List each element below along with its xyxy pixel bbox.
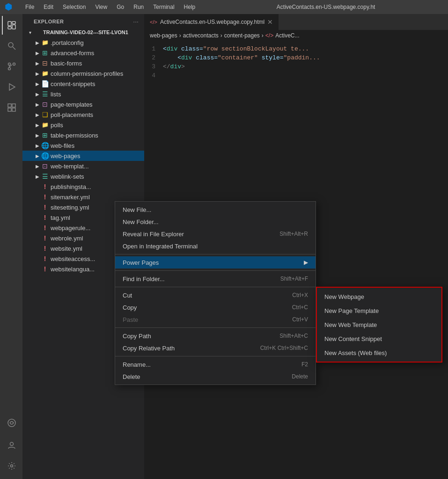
menu-reveal-explorer[interactable]: Reveal in File Explorer Shift+Alt+R [115,228,316,240]
arrow-content-snippets: ▶ [34,80,41,87]
extensions-activity-icon[interactable] [2,98,21,117]
menu-copy-relative-path-shortcut: Ctrl+K Ctrl+Shift+C [260,345,308,351]
label-weblink-sets: weblink-sets [51,173,84,180]
menu-open-terminal[interactable]: Open in Integrated Terminal [115,240,316,252]
settings-activity-icon[interactable] [2,457,21,475]
menu-reveal-explorer-shortcut: Shift+Alt+R [279,231,308,237]
menu-sep-4 [115,327,316,328]
menu-sep-1 [115,254,316,254]
menu-new-folder[interactable]: New Folder... [115,216,316,228]
tab-file-icon: </> [150,19,157,25]
exclaim-icon-websitelangua: ! [41,265,49,273]
search-activity-icon[interactable] [2,36,21,55]
sidebar-item-web-template[interactable]: ▶ ⊡ web-templat... [22,161,144,171]
accounts-activity-icon[interactable] [2,436,21,455]
menu-power-pages[interactable]: Power Pages ▶ [115,256,316,269]
menu-go[interactable]: Go [113,3,128,11]
label-polls: polls [51,122,63,129]
menu-find-folder-label: Find in Folder... [123,276,165,283]
submenu-new-assets[interactable]: New Assets (Web files) [317,346,441,360]
folder-icon-portalconfig: 📁 [41,39,49,46]
code-content-2: <div class="container" style="paddin... [163,53,320,62]
svg-rect-3 [8,27,11,29]
sidebar-item-advanced-forms[interactable]: ▶ ⊞ advanced-forms [22,48,144,58]
folder-icon-poll-placements: ❑ [41,111,49,118]
line-num-3: 3 [144,62,163,71]
submenu-new-content-snippet-label: New Content Snippet [324,335,382,342]
power-pages-submenu[interactable]: New Webpage New Page Template New Web Te… [316,287,442,363]
menu-run[interactable]: Run [130,3,147,11]
sidebar-item-web-files[interactable]: ▶ 🌐 web-files [22,140,144,151]
folder-icon-advanced-forms: ⊞ [41,49,49,57]
arrow-poll-placements: ▶ [34,111,41,118]
exclaim-icon-sitesetting: ! [41,203,49,211]
sidebar-root[interactable]: ▾ TRAINING-VIDEO-02---SITE-LVON1 [22,27,144,37]
menu-selection[interactable]: Selection [59,3,89,11]
sidebar-item-column-permission[interactable]: ▶ 📁 column-permission-profiles [22,68,144,79]
sidebar-item-weblink-sets[interactable]: ▶ ☰ weblink-sets [22,171,144,181]
menu-copy-relative-path[interactable]: Copy Relative Path Ctrl+K Ctrl+Shift+C [115,342,316,354]
sidebar-item-basic-forms[interactable]: ▶ ⊟ basic-forms [22,58,144,68]
menu-edit[interactable]: Edit [40,3,57,11]
arrow-page-templates: ▶ [34,101,41,108]
menu-view[interactable]: View [91,3,111,11]
tab-close-button[interactable]: ✕ [267,18,273,26]
menu-find-folder[interactable]: Find in Folder... Shift+Alt+F [115,273,316,285]
menu-help[interactable]: Help [180,3,199,11]
submenu-new-content-snippet[interactable]: New Content Snippet [317,332,441,346]
menu-paste-shortcut: Ctrl+V [292,316,308,323]
label-column-permission: column-permission-profiles [51,70,123,77]
code-line-1: 1 <div class="row sectionBlockLayout te.… [144,44,448,53]
menu-cut[interactable]: Cut Ctrl+X [115,289,316,301]
menu-copy-path[interactable]: Copy Path Shift+Alt+C [115,330,316,342]
menu-copy[interactable]: Copy Ctrl+C [115,301,316,313]
editor-tab-active[interactable]: </> ActiveContacts.en-US.webpage.copy.ht… [144,14,279,30]
menu-sep-3 [115,287,316,287]
svg-rect-13 [8,108,11,111]
code-line-4: 4 [144,71,448,80]
menu-new-file[interactable]: New File... [115,203,316,216]
menu-find-folder-shortcut: Shift+Alt+F [280,276,308,282]
explorer-activity-icon[interactable] [2,16,21,35]
context-menu[interactable]: New File... New Folder... Reveal in File… [115,201,316,385]
submenu-new-web-template[interactable]: New Web Template [317,318,441,332]
submenu-new-webpage[interactable]: New Webpage [317,290,441,304]
menu-delete[interactable]: Delete Delete [115,370,316,383]
sidebar-item-page-templates[interactable]: ▶ ⊡ page-templates [22,99,144,109]
arrow-web-files: ▶ [34,142,41,149]
remote-activity-icon[interactable] [2,414,21,432]
sidebar-more-icon[interactable]: ··· [133,18,139,25]
submenu-new-web-template-label: New Web Template [324,321,377,328]
arrow-web-pages: ▶ [34,152,41,160]
sidebar-item-portalconfig[interactable]: ▶ 📁 .portalconfig [22,37,144,48]
menu-delete-shortcut: Delete [292,373,308,380]
run-activity-icon[interactable] [2,78,21,96]
sidebar-item-table-permissions[interactable]: ▶ ⊞ table-permissions [22,130,144,140]
menu-rename[interactable]: Rename... F2 [115,358,316,370]
breadcrumb-part-4-label: ActiveC... [275,32,299,39]
source-control-activity-icon[interactable] [2,57,21,76]
submenu-new-page-template-label: New Page Template [324,307,379,314]
breadcrumb-part-3: content-pages [224,32,260,39]
sidebar-item-polls[interactable]: ▶ 📁 polls [22,120,144,130]
sidebar-item-lists[interactable]: ▶ ☰ lists [22,89,144,99]
menu-cut-label: Cut [123,292,132,299]
menu-file[interactable]: File [22,3,38,11]
sidebar-item-poll-placements[interactable]: ▶ ❑ poll-placements [22,109,144,120]
folder-icon-lists: ☰ [41,90,49,98]
folder-icon-content-snippets: 📄 [41,80,49,87]
exclaim-icon-sitemarker: ! [41,193,49,201]
folder-icon-web-files: 🌐 [41,142,49,149]
tab-bar: </> ActiveContacts.en-US.webpage.copy.ht… [144,14,448,30]
sidebar-item-content-snippets[interactable]: ▶ 📄 content-snippets [22,79,144,89]
submenu-new-page-template[interactable]: New Page Template [317,304,441,318]
label-websitelangua: websitelangua... [51,266,95,273]
menu-reveal-explorer-label: Reveal in File Explorer [123,231,184,238]
menu-copy-path-label: Copy Path [123,333,151,340]
arrow-column-permission: ▶ [34,70,41,77]
menu-terminal[interactable]: Terminal [149,3,178,11]
sidebar-item-sitemarker[interactable]: ! sitemarker.yml [22,192,144,202]
menu-copy-label: Copy [123,304,137,311]
sidebar-item-publishingsta[interactable]: ! publishingsta... [22,181,144,192]
sidebar-item-web-pages[interactable]: ▶ 🌐 web-pages [22,151,144,161]
